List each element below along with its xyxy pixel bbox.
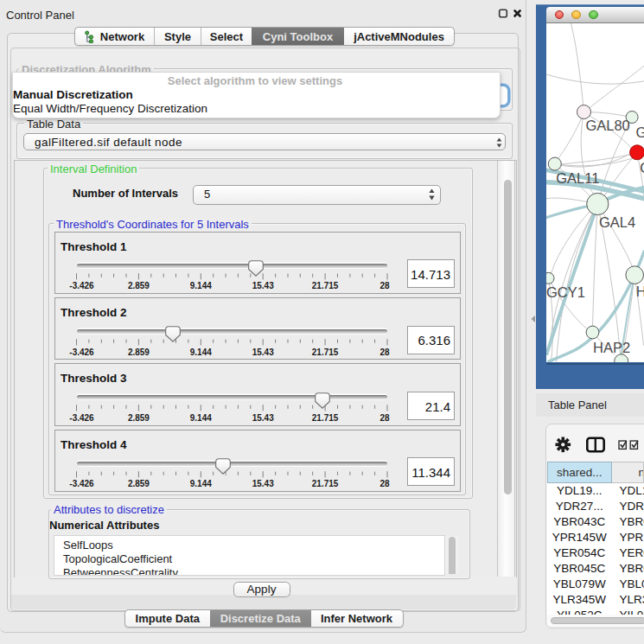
svg-text:C: C xyxy=(640,160,644,175)
svg-text:GAL80: GAL80 xyxy=(585,118,629,133)
svg-text:GA: GA xyxy=(635,124,644,140)
svg-text:H: H xyxy=(635,284,644,299)
svg-text:GAL4: GAL4 xyxy=(598,214,634,230)
svg-text:GAL11: GAL11 xyxy=(556,170,599,186)
svg-text:GCY1: GCY1 xyxy=(546,284,585,300)
svg-text:HAP2: HAP2 xyxy=(593,340,630,355)
